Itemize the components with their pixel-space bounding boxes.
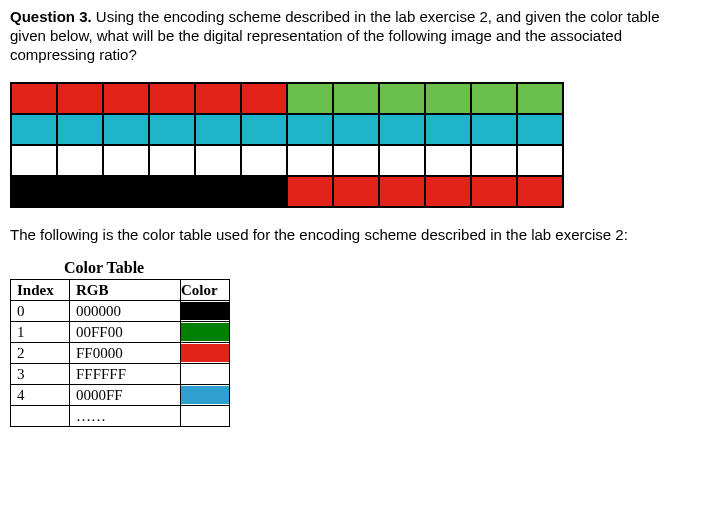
pixel-cell	[333, 145, 379, 176]
pixel-cell	[149, 83, 195, 114]
color-table-swatch	[181, 322, 230, 343]
pixel-row	[11, 145, 563, 176]
pixel-cell	[103, 83, 149, 114]
pixel-cell	[149, 114, 195, 145]
pixel-cell	[11, 145, 57, 176]
question-text: Question 3. Using the encoding scheme de…	[10, 8, 693, 64]
pixel-cell	[57, 145, 103, 176]
color-table-row: 3FFFFFF	[11, 364, 230, 385]
pixel-cell	[103, 176, 149, 207]
pixel-cell	[379, 176, 425, 207]
pixel-cell	[471, 83, 517, 114]
pixel-cell	[241, 145, 287, 176]
color-table: Index RGB Color 0000000100FF002FF00003FF…	[10, 279, 230, 427]
pixel-cell	[471, 145, 517, 176]
color-table-header-index: Index	[11, 280, 70, 301]
color-table-intro: The following is the color table used fo…	[10, 226, 693, 245]
pixel-cell	[57, 114, 103, 145]
pixel-cell	[379, 114, 425, 145]
pixel-cell	[471, 114, 517, 145]
pixel-cell	[287, 145, 333, 176]
pixel-cell	[11, 114, 57, 145]
color-table-index	[11, 406, 70, 427]
color-table-index: 0	[11, 301, 70, 322]
pixel-cell	[517, 114, 563, 145]
pixel-cell	[425, 114, 471, 145]
pixel-cell	[425, 145, 471, 176]
color-table-row: 100FF00	[11, 322, 230, 343]
pixel-cell	[379, 83, 425, 114]
color-table-rgb: 00FF00	[70, 322, 181, 343]
pixel-cell	[287, 83, 333, 114]
pixel-cell	[149, 176, 195, 207]
pixel-cell	[425, 176, 471, 207]
pixel-cell	[379, 145, 425, 176]
color-table-index: 2	[11, 343, 70, 364]
color-table-rgb: FFFFFF	[70, 364, 181, 385]
pixel-cell	[333, 114, 379, 145]
color-table-swatch	[181, 301, 230, 322]
color-table-rgb: 000000	[70, 301, 181, 322]
color-table-rgb: 0000FF	[70, 385, 181, 406]
pixel-cell	[195, 114, 241, 145]
pixel-cell	[333, 83, 379, 114]
pixel-cell	[195, 83, 241, 114]
color-table-row: 2FF0000	[11, 343, 230, 364]
pixel-image-grid	[10, 82, 564, 208]
color-table-swatch	[181, 343, 230, 364]
pixel-cell	[517, 176, 563, 207]
pixel-cell	[517, 145, 563, 176]
pixel-cell	[103, 114, 149, 145]
color-table-row: 0000000	[11, 301, 230, 322]
pixel-cell	[333, 176, 379, 207]
pixel-cell	[287, 176, 333, 207]
color-table-index: 1	[11, 322, 70, 343]
pixel-cell	[241, 176, 287, 207]
pixel-cell	[11, 176, 57, 207]
color-table-rgb: FF0000	[70, 343, 181, 364]
color-table-body: 0000000100FF002FF00003FFFFFF40000FF……	[11, 301, 230, 427]
pixel-cell	[241, 83, 287, 114]
color-table-row-ellipsis: ……	[11, 406, 230, 427]
pixel-cell	[287, 114, 333, 145]
pixel-cell	[57, 176, 103, 207]
color-table-header-rgb: RGB	[70, 280, 181, 301]
pixel-row	[11, 83, 563, 114]
pixel-cell	[425, 83, 471, 114]
color-table-index: 4	[11, 385, 70, 406]
color-table-swatch	[181, 364, 230, 385]
pixel-cell	[11, 83, 57, 114]
pixel-row	[11, 176, 563, 207]
color-table-header-color: Color	[181, 280, 230, 301]
pixel-cell	[195, 176, 241, 207]
pixel-row	[11, 114, 563, 145]
pixel-cell	[57, 83, 103, 114]
color-table-swatch	[181, 385, 230, 406]
pixel-cell	[103, 145, 149, 176]
pixel-cell	[471, 176, 517, 207]
color-table-rgb: ……	[70, 406, 181, 427]
color-table-index: 3	[11, 364, 70, 385]
color-table-swatch	[181, 406, 230, 427]
color-table-row: 40000FF	[11, 385, 230, 406]
question-label: Question 3.	[10, 8, 92, 25]
pixel-image-body	[11, 83, 563, 207]
pixel-cell	[241, 114, 287, 145]
pixel-cell	[149, 145, 195, 176]
pixel-cell	[517, 83, 563, 114]
color-table-caption: Color Table	[64, 259, 693, 277]
question-body: Using the encoding scheme described in t…	[10, 8, 660, 63]
pixel-cell	[195, 145, 241, 176]
